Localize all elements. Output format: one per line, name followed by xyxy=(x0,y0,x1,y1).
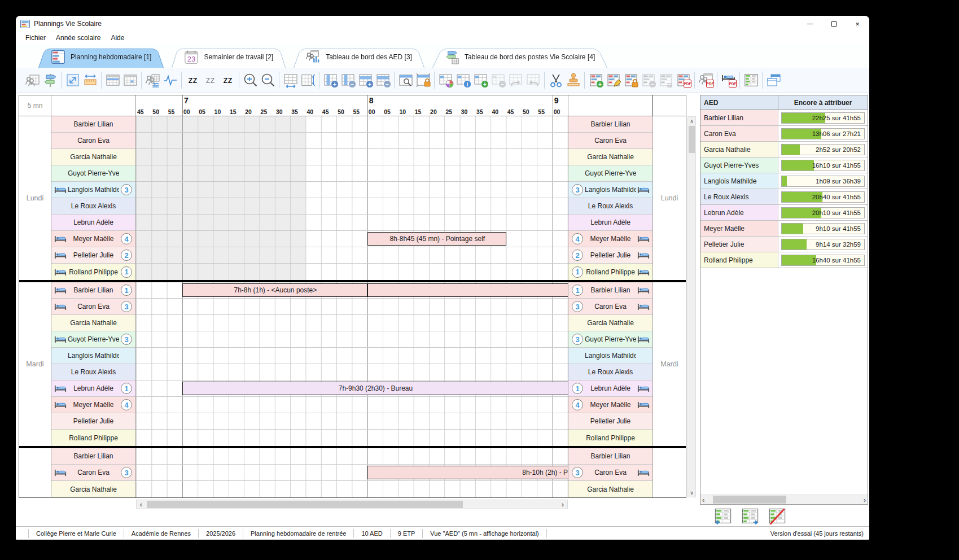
staff-name-cell[interactable]: Pelletier Julie xyxy=(51,413,135,430)
fit-size-button[interactable] xyxy=(64,71,81,90)
aed-table-row[interactable]: Caron Eva13h06 sur 27h21 xyxy=(700,126,868,142)
aed-table-row[interactable]: Le Roux Alexis20h40 sur 41h55 xyxy=(700,189,868,205)
cell-colors-button[interactable] xyxy=(437,71,454,90)
staff-name-cell[interactable]: Barbier Lilian xyxy=(51,448,135,465)
schedule-row[interactable] xyxy=(136,264,568,280)
staff-name-cell[interactable]: Rolland Philippe xyxy=(568,430,653,446)
stretch-horizontal-button[interactable] xyxy=(282,71,299,90)
postes-grid-button[interactable] xyxy=(742,71,760,90)
schedule-row[interactable] xyxy=(136,133,568,149)
aed-table-row[interactable]: Langlois Mathilde1h09 sur 36h39 xyxy=(700,173,868,189)
event-bar[interactable]: 7h-9h30 (2h30) - Bureau xyxy=(182,382,568,395)
postes-hide-button[interactable] xyxy=(768,507,787,525)
staff-name-cell[interactable]: Meyer Maëlle4 xyxy=(51,231,135,247)
tab-4[interactable]: Tableau de bord des postes Vie Scolaire … xyxy=(432,46,607,68)
staff-name-cell[interactable]: Le Roux Alexis xyxy=(51,364,135,380)
staff-name-cell[interactable]: Barbier Lilian xyxy=(51,116,135,133)
staff-name-cell[interactable]: Garcia Nathalie xyxy=(51,481,135,497)
staff-name-cell[interactable]: Caron Eva3 xyxy=(51,299,135,315)
staff-name-cell[interactable]: Guyot Pierre-Yves xyxy=(568,165,653,182)
schedule-row[interactable] xyxy=(136,198,568,215)
aed-table-row[interactable]: Garcia Nathalie2h52 sur 20h52 xyxy=(700,142,868,158)
staff-name-cell[interactable]: Lebrun Adèle1 xyxy=(51,380,135,397)
stamp-button[interactable] xyxy=(564,71,582,90)
planning-edit-button[interactable] xyxy=(605,71,622,90)
schedule-row[interactable] xyxy=(136,364,568,380)
stretch-vertical-button[interactable] xyxy=(299,71,317,90)
cut-button[interactable] xyxy=(547,71,564,90)
staff-name-cell[interactable]: Langlois Mathilde xyxy=(51,348,135,364)
maximize-button[interactable] xyxy=(822,16,846,32)
absence-swap-button[interactable]: zz xyxy=(184,71,202,90)
schedule-row[interactable]: 8h-10h (2h) - P xyxy=(136,465,568,481)
schedule-row[interactable] xyxy=(136,149,568,165)
staff-name-cell[interactable]: Garcia Nathalie xyxy=(51,315,135,331)
staff-name-cell[interactable]: 2Pelletier Julie xyxy=(568,247,653,264)
staff-name-cell[interactable]: Lebrun Adèle xyxy=(568,215,653,231)
tab-2[interactable]: 23Semainier de travail [2] xyxy=(172,46,286,68)
week-calendar-button[interactable] xyxy=(104,71,121,90)
schedule-row[interactable] xyxy=(136,247,568,264)
staff-name-cell[interactable]: Guyot Pierre-Yves3 xyxy=(51,331,135,348)
activity-button[interactable] xyxy=(161,71,179,90)
schedule-row[interactable] xyxy=(136,165,568,182)
schedule-row[interactable]: 8h-8h45 (45 mn) - Pointage self xyxy=(136,231,568,247)
staff-list-button[interactable] xyxy=(144,71,161,90)
scroll-down-icon[interactable]: ∨ xyxy=(688,488,695,497)
zoom-out-button[interactable] xyxy=(259,71,277,90)
scrollbar-thumb[interactable] xyxy=(689,126,695,153)
staff-name-cell[interactable]: Langlois Mathilde3 xyxy=(51,182,135,198)
staff-name-cell[interactable]: Garcia Nathalie xyxy=(568,481,653,497)
staff-name-cell[interactable]: 1Lebrun Adèle xyxy=(568,380,653,397)
cell-info-button[interactable]: i xyxy=(454,71,472,90)
staff-name-cell[interactable]: Guyot Pierre-Yves xyxy=(51,165,135,182)
staff-name-cell[interactable]: Langlois Mathilde xyxy=(568,348,653,364)
scrollbar-thumb[interactable] xyxy=(713,496,786,504)
view-postes-button[interactable] xyxy=(41,71,59,90)
staff-name-cell[interactable]: Garcia Nathalie xyxy=(568,149,653,165)
staff-name-cell[interactable]: Meyer Maëlle4 xyxy=(51,397,135,413)
remove-column-button[interactable]: − xyxy=(339,71,357,90)
schedule-row[interactable] xyxy=(136,413,568,430)
staff-name-cell[interactable]: Rolland Philippe xyxy=(51,430,135,446)
tab-3[interactable]: Tableau de bord des AED [3] xyxy=(294,46,424,68)
staff-name-cell[interactable]: Le Roux Alexis xyxy=(51,198,135,215)
month-calendar-button[interactable] xyxy=(121,71,139,90)
staff-name-cell[interactable]: Barbier Lilian xyxy=(568,448,653,465)
event-bar[interactable]: 8h-8h45 (45 mn) - Pointage self xyxy=(367,232,506,246)
menu-item-ann-e-scolaire[interactable]: Année scolaire xyxy=(51,33,106,43)
column-width-button[interactable] xyxy=(81,71,99,90)
minimize-button[interactable] xyxy=(798,16,822,32)
schedule-row[interactable] xyxy=(136,116,568,133)
panel-horizontal-scrollbar[interactable]: ‹ › xyxy=(700,495,868,504)
staff-name-cell[interactable]: Le Roux Alexis xyxy=(568,198,653,215)
aed-table-row[interactable]: Barbier Lilian22h25 sur 41h55 xyxy=(700,110,868,126)
staff-name-cell[interactable]: 3Caron Eva xyxy=(568,465,653,481)
schedule-row[interactable] xyxy=(136,397,568,413)
scroll-left-icon[interactable]: ‹ xyxy=(702,496,704,504)
scroll-up-icon[interactable]: ∧ xyxy=(688,117,695,125)
close-button[interactable]: × xyxy=(846,16,869,32)
schedule-row[interactable] xyxy=(136,348,568,364)
schedule-row[interactable] xyxy=(136,215,568,231)
schedule-row[interactable] xyxy=(136,430,568,446)
aed-table-row[interactable]: Lebrun Adèle20h10 sur 41h55 xyxy=(700,205,868,221)
cascade-windows-button[interactable] xyxy=(765,71,782,90)
staff-name-cell[interactable]: 1Rolland Philippe xyxy=(568,264,653,280)
staff-name-cell[interactable]: Rolland Philippe1 xyxy=(51,264,135,280)
planning-lock-button[interactable] xyxy=(622,71,640,90)
schedule-row[interactable] xyxy=(136,331,568,348)
staff-name-cell[interactable]: 4Meyer Maëlle xyxy=(568,231,653,247)
menu-item-aide[interactable]: Aide xyxy=(106,33,129,43)
preview-button[interactable] xyxy=(397,71,414,90)
staff-name-cell[interactable]: Caron Eva3 xyxy=(51,465,135,481)
staff-name-cell[interactable]: Garcia Nathalie xyxy=(51,149,135,165)
grid-horizontal-scrollbar[interactable]: ‹ › xyxy=(136,500,568,509)
scroll-right-icon[interactable]: › xyxy=(558,500,567,509)
cell-add-button[interactable]: + xyxy=(472,71,489,90)
event-bar[interactable]: 8h-10h (2h) - P xyxy=(367,466,568,479)
aed-table-row[interactable]: Guyot Pierre-Yves16h10 sur 41h55 xyxy=(700,158,868,173)
add-column-button[interactable]: + xyxy=(322,71,339,90)
zoom-in-button[interactable] xyxy=(242,71,259,90)
postes-import-button[interactable] xyxy=(713,507,733,525)
